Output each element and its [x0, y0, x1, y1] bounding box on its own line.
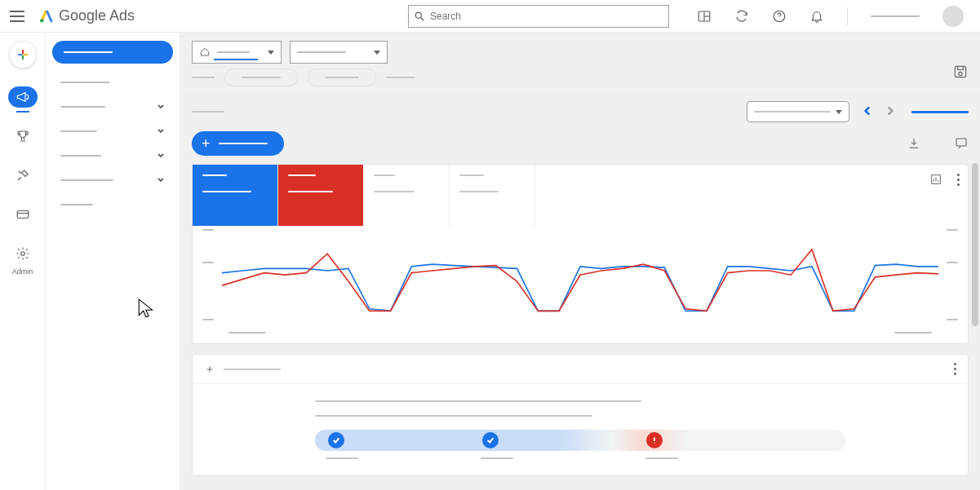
svg-rect-12: [17, 211, 29, 219]
svg-point-20: [654, 443, 654, 444]
help-icon[interactable]: [772, 9, 787, 24]
scope-level[interactable]: [290, 41, 388, 64]
main: +: [180, 33, 980, 490]
brand-strong: Google: [59, 7, 106, 24]
notifications-icon[interactable]: [809, 9, 824, 24]
card-more-icon[interactable]: [957, 174, 960, 186]
svg-rect-17: [956, 139, 966, 146]
expand-chart-icon[interactable]: [929, 173, 942, 186]
nav-active[interactable]: [52, 41, 173, 64]
ads-logo-icon: [39, 9, 54, 24]
rec-sub: [315, 415, 592, 417]
y-tick-high: [202, 229, 214, 231]
feedback-icon[interactable]: [954, 136, 969, 151]
svg-line-2: [421, 18, 424, 21]
scrollbar[interactable]: [972, 163, 978, 326]
search-box[interactable]: [408, 5, 669, 28]
search-icon: [414, 11, 425, 22]
breadcrumb: [180, 64, 980, 95]
plus-multicolor-icon: [16, 47, 30, 62]
progress-step-2[interactable]: [646, 432, 663, 448]
nav-row-1[interactable]: [52, 95, 173, 119]
rec-title: [224, 369, 281, 370]
progress-label-2: [645, 457, 678, 459]
reports-icon[interactable]: [697, 9, 712, 24]
divider: [847, 7, 848, 25]
rec-more-icon[interactable]: [954, 363, 956, 375]
date-next[interactable]: [879, 101, 902, 122]
svg-point-16: [959, 72, 962, 75]
avatar[interactable]: [942, 6, 964, 27]
svg-point-1: [415, 12, 421, 18]
x-tick-start: [228, 332, 266, 333]
cursor-icon: [136, 298, 157, 319]
y2-tick-mid: [947, 262, 958, 263]
create-button[interactable]: [9, 41, 37, 68]
progress-labels: [315, 451, 845, 459]
trophy-icon: [16, 129, 30, 143]
check-icon: [486, 436, 494, 444]
search-input[interactable]: [430, 11, 663, 22]
range-tab-active[interactable]: [911, 111, 969, 113]
tools-icon: [16, 168, 30, 183]
date-pagers: [856, 101, 902, 122]
rail-billing[interactable]: [8, 204, 38, 225]
rail-goals[interactable]: [8, 126, 38, 147]
svg-point-14: [20, 252, 24, 256]
rail-admin[interactable]: [8, 243, 38, 264]
y-tick-mid: [202, 262, 214, 263]
progress-bar[interactable]: [315, 430, 845, 451]
crumb-tail: [386, 77, 415, 78]
megaphone-icon: [16, 90, 30, 104]
nav-row-3[interactable]: [52, 143, 173, 168]
rec-headline: [315, 400, 641, 402]
nav-row-2[interactable]: [52, 119, 173, 143]
rail-tools[interactable]: [8, 165, 38, 186]
home-icon: [199, 46, 211, 58]
filter-chip-1[interactable]: [224, 68, 298, 86]
metric-tab-3[interactable]: [450, 165, 535, 226]
chevron-down-icon: [157, 103, 165, 111]
download-icon[interactable]: [907, 136, 921, 151]
metric-tab-0[interactable]: [193, 165, 278, 226]
performance-chart: [193, 226, 968, 332]
progress-fill: [315, 430, 845, 451]
nav-row-0[interactable]: [52, 70, 173, 95]
account-label[interactable]: [871, 15, 920, 17]
toolbar-section: [192, 111, 224, 113]
y-tick-low: [202, 319, 214, 320]
rail-admin-label: Admin: [12, 267, 33, 276]
svg-point-0: [40, 19, 44, 23]
metric-tabs: [193, 165, 968, 226]
google-ads-logo[interactable]: Google Ads: [39, 7, 135, 24]
nav-panel: [46, 33, 180, 490]
action-row: +: [180, 128, 980, 164]
top-bar-actions: [697, 6, 964, 27]
metric-tab-2[interactable]: [364, 165, 450, 226]
top-bar: Google Ads: [0, 0, 980, 33]
refresh-icon[interactable]: [734, 9, 749, 24]
y2-tick-high: [947, 229, 958, 231]
filter-chip-2[interactable]: [308, 68, 376, 86]
chevron-down-icon: [157, 127, 165, 135]
chevron-down-icon: [157, 176, 165, 184]
date-prev[interactable]: [856, 101, 879, 122]
card-icon: [16, 207, 30, 222]
nav-row-4[interactable]: [52, 168, 173, 192]
new-campaign-button[interactable]: +: [192, 131, 284, 156]
progress-step-0[interactable]: [328, 432, 344, 448]
metric-tab-1[interactable]: [278, 165, 364, 226]
toolbar: [180, 95, 980, 128]
rail-campaigns[interactable]: [8, 86, 38, 108]
crumb-root[interactable]: [192, 77, 215, 78]
svg-point-7: [779, 19, 780, 20]
chevron-down-icon: [157, 152, 165, 160]
menu-icon[interactable]: [10, 7, 29, 26]
save-icon: [952, 64, 969, 80]
save-view-button[interactable]: [952, 64, 969, 83]
scope-account[interactable]: [192, 41, 282, 64]
nav-row-5[interactable]: [52, 192, 173, 217]
date-range-picker[interactable]: [747, 101, 849, 122]
progress-step-1[interactable]: [482, 432, 499, 448]
left-rail: Admin: [0, 33, 46, 490]
